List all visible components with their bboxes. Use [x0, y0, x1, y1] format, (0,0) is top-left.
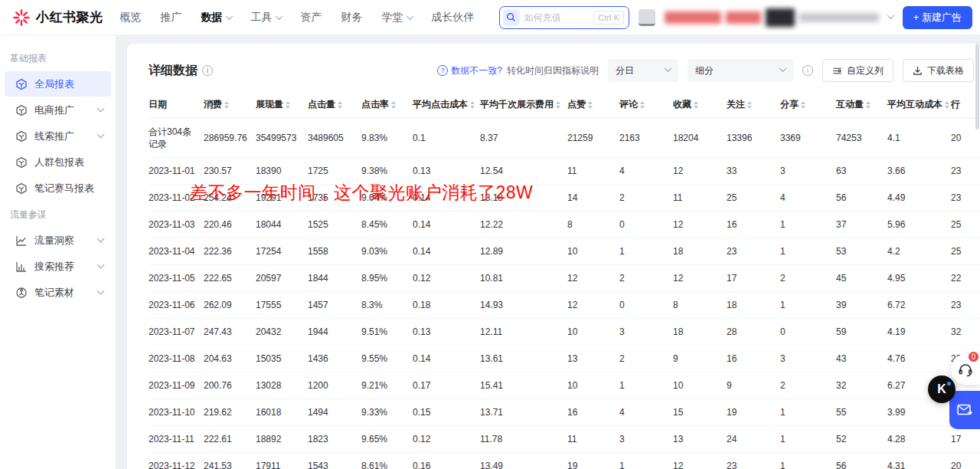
table-cell: 13.71: [480, 399, 567, 426]
detail-data-card: 详细数据 数据不一致? 转化时间归因指标说明 分日 细分: [127, 44, 980, 469]
sort-icon[interactable]: [747, 101, 752, 109]
table-cell: 1844: [308, 265, 361, 292]
sidebar-item-global-report[interactable]: 全局报表: [5, 71, 111, 97]
table-cell: 合计304条记录: [149, 119, 204, 158]
column-header[interactable]: 关注: [727, 91, 780, 119]
app-logo[interactable]: 小红书聚光: [6, 8, 109, 27]
sidebar-item-note-material[interactable]: 笔记素材: [5, 280, 111, 305]
table-cell: 9.51%: [361, 319, 413, 346]
column-header[interactable]: 收藏: [673, 91, 727, 119]
search-input[interactable]: [524, 12, 590, 23]
sort-icon[interactable]: [470, 101, 475, 109]
data-inconsistent-link[interactable]: 数据不一致?: [437, 64, 502, 77]
table-cell: 19: [567, 453, 619, 469]
column-header[interactable]: 分享: [780, 91, 836, 119]
sidebar-item-label: 流量洞察: [34, 234, 91, 248]
info-icon[interactable]: [802, 65, 813, 76]
sidebar-item-label: 笔记赛马报表: [34, 182, 103, 195]
sidebar-item-lead-promo[interactable]: 线索推广: [5, 123, 111, 149]
nav-item-promotion[interactable]: 推广: [161, 11, 182, 25]
column-header-label: 平均千次展示费用: [480, 98, 554, 111]
new-ad-button[interactable]: + 新建广告: [903, 6, 972, 29]
sort-icon[interactable]: [801, 101, 805, 109]
sort-icon[interactable]: [224, 101, 229, 109]
table-row: 2023-11-04222.361725415589.03%0.1412.891…: [149, 238, 980, 265]
sort-icon[interactable]: [391, 101, 396, 109]
table-cell: 15: [673, 399, 727, 426]
sort-icon[interactable]: [640, 101, 645, 109]
table-cell: 204.63: [204, 346, 256, 372]
sort-icon[interactable]: [866, 101, 871, 109]
account-chevron-down-icon[interactable]: [887, 11, 894, 19]
customize-columns-button[interactable]: 自定义列: [822, 59, 893, 82]
customer-service-button[interactable]: 0: [951, 354, 980, 385]
column-header[interactable]: 平均互动成本: [887, 91, 951, 119]
column-header[interactable]: 评论: [619, 91, 673, 119]
sort-icon[interactable]: [338, 101, 342, 109]
table-cell: 222.65: [204, 265, 256, 292]
nav-item-tools[interactable]: 工具: [251, 11, 282, 25]
sidebar-item-audience-report[interactable]: 人群包报表: [5, 149, 111, 175]
table-cell: 3369: [780, 119, 836, 158]
sidebar-item-note-race-report[interactable]: 笔记赛马报表: [5, 175, 111, 201]
sort-icon[interactable]: [588, 101, 593, 109]
table-cell: 2: [619, 346, 673, 372]
table-cell: 0: [619, 212, 673, 238]
nav-item-assets[interactable]: 资产: [301, 11, 322, 25]
table-cell: 2023-11-11: [149, 426, 204, 453]
column-header[interactable]: 平均千次展示费用: [480, 91, 567, 119]
sort-icon[interactable]: [945, 101, 949, 109]
column-header[interactable]: 展现量: [256, 91, 308, 119]
table-cell: 12.11: [480, 319, 567, 346]
sort-icon[interactable]: [694, 101, 698, 109]
table-cell: 1: [780, 292, 836, 319]
table-cell: 32: [951, 319, 980, 346]
segment-select[interactable]: 细分: [688, 59, 793, 82]
nav-item-academy[interactable]: 学堂: [382, 11, 413, 25]
table-cell: 2: [619, 265, 673, 292]
info-icon[interactable]: [202, 65, 213, 76]
table-cell: 1: [619, 372, 673, 399]
column-header[interactable]: 点击量: [308, 91, 361, 119]
column-header[interactable]: 平均点击成本: [413, 91, 480, 119]
nav-item-data[interactable]: 数据: [201, 11, 232, 25]
sidebar-item-label: 电商推广: [34, 103, 91, 117]
nav-item-finance[interactable]: 财务: [341, 11, 363, 25]
table-cell: 3.66: [887, 158, 951, 185]
chevron-down-icon: [406, 12, 413, 20]
column-header[interactable]: 消费: [204, 91, 256, 119]
table-cell: 12: [567, 292, 619, 319]
granularity-value: 分日: [616, 64, 634, 77]
nav-item-growth-partner[interactable]: 成长伙伴: [432, 11, 475, 25]
table-cell: 2023-11-09: [149, 372, 204, 399]
table-cell: 12: [673, 453, 727, 469]
table-cell: 4.95: [887, 265, 951, 292]
table-cell: 45: [836, 265, 887, 292]
sort-icon[interactable]: [556, 101, 560, 109]
avatar[interactable]: [639, 9, 655, 26]
page-scrollbar[interactable]: [975, 44, 979, 130]
column-header[interactable]: 点赞: [567, 91, 619, 119]
question-icon: [437, 65, 448, 76]
table-row: 2023-11-05222.652059718448.95%0.1210.811…: [149, 265, 980, 292]
k-logo-button[interactable]: K: [928, 376, 956, 403]
column-header[interactable]: 点击率: [361, 91, 413, 119]
nav-item-overview[interactable]: 概览: [120, 11, 142, 25]
download-table-button[interactable]: 下载表格: [903, 59, 974, 82]
table-cell: 10: [567, 372, 619, 399]
table-cell: 37: [836, 212, 887, 238]
search-box[interactable]: Ctrl K: [499, 6, 629, 29]
table-row: 2023-11-08204.631503514369.55%0.1413.611…: [149, 346, 980, 372]
sidebar-item-traffic-insight[interactable]: 流量洞察: [5, 228, 111, 253]
sidebar: 基础报表 全局报表 电商推广 线索推广 人群包报表 笔记赛马报表 流量参谋: [0, 35, 116, 469]
search-icon[interactable]: [503, 9, 520, 26]
table-cell: 13: [673, 426, 727, 453]
granularity-select[interactable]: 分日: [608, 59, 678, 82]
sidebar-item-search-recommend[interactable]: 搜索推荐: [5, 254, 111, 279]
message-widget-button[interactable]: [949, 391, 980, 429]
column-header[interactable]: 互动量: [836, 91, 887, 119]
sidebar-item-ecommerce-promo[interactable]: 电商推广: [5, 97, 111, 123]
table-cell: 13396: [727, 119, 780, 158]
table-cell: 12.54: [480, 158, 567, 185]
sort-icon[interactable]: [286, 101, 290, 109]
